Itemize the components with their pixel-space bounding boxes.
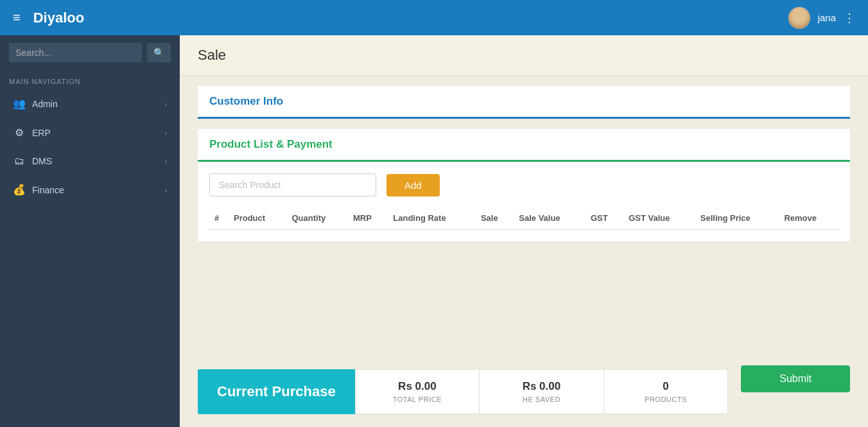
stat-he-saved: Rs 0.00 HE SAVED (480, 370, 604, 414)
navbar: ≡ Diyaloo jana ⋮ (0, 0, 868, 35)
page-header: Sale (180, 35, 868, 76)
product-table: # Product Quantity MRP Landing Rate Sale… (209, 207, 838, 230)
brand-logo: Diyaloo (33, 10, 788, 26)
col-hash: # (209, 207, 229, 230)
sidebar-item-dms[interactable]: 🗂 DMS › (4, 148, 176, 175)
search-button[interactable]: 🔍 (147, 43, 171, 62)
avatar (788, 7, 810, 29)
submit-area: Submit (741, 359, 850, 392)
product-list-header: Product List & Payment (198, 129, 850, 162)
sidebar-item-erp[interactable]: ⚙ ERP › (4, 119, 176, 146)
current-purchase-container: Current Purchase Rs 0.00 TOTAL PRICE Rs … (198, 359, 728, 414)
admin-chevron-icon: › (164, 100, 167, 108)
erp-icon: ⚙ (13, 126, 26, 139)
total-price-value: Rs 0.00 (398, 380, 437, 393)
menu-icon[interactable]: ≡ (13, 10, 21, 25)
total-price-label: TOTAL PRICE (393, 396, 442, 403)
product-list-section: Product List & Payment Add # Product Qua… (198, 129, 850, 241)
current-purchase-row: Current Purchase Rs 0.00 TOTAL PRICE Rs … (198, 369, 728, 414)
navbar-right: jana ⋮ (788, 7, 855, 29)
erp-label: ERP (32, 128, 51, 138)
current-purchase-stats: Rs 0.00 TOTAL PRICE Rs 0.00 HE SAVED 0 P… (355, 369, 729, 414)
he-saved-label: HE SAVED (523, 396, 560, 403)
col-remove: Remove (779, 207, 838, 230)
stat-products: 0 PRODUCTS (604, 370, 728, 414)
customer-info-header: Customer Info (198, 86, 850, 119)
admin-label: Admin (32, 99, 58, 109)
col-gst-value: GST Value (623, 207, 695, 230)
product-list-body: Add # Product Quantity MRP Landing Rate … (198, 162, 850, 241)
current-purchase-box: Current Purchase (198, 369, 355, 414)
col-product: Product (229, 207, 286, 230)
sidebar-item-admin[interactable]: 👥 Admin › (4, 90, 176, 118)
finance-icon: 💰 (13, 184, 26, 196)
share-icon[interactable]: ⋮ (844, 11, 855, 25)
page-title: Sale (198, 47, 850, 64)
dms-label: DMS (32, 156, 52, 166)
col-sale-value: Sale Value (514, 207, 586, 230)
add-product-button[interactable]: Add (386, 174, 440, 196)
product-search-row: Add (209, 173, 838, 196)
stat-total-price: Rs 0.00 TOTAL PRICE (356, 370, 480, 414)
bottom-area: Current Purchase Rs 0.00 TOTAL PRICE Rs … (180, 359, 868, 427)
admin-icon: 👥 (13, 98, 26, 110)
current-purchase-title: Current Purchase (217, 383, 336, 400)
col-quantity: Quantity (286, 207, 347, 230)
search-input[interactable] (9, 43, 142, 62)
sidebar-search-container: 🔍 (0, 35, 180, 70)
username-label: jana (818, 12, 836, 23)
content-area: Sale Customer Info Product List & Paymen… (180, 35, 868, 427)
main-layout: 🔍 MAIN NAVIGATION 👥 Admin › ⚙ ERP › 🗂 DM… (0, 35, 868, 427)
product-search-input[interactable] (209, 173, 376, 196)
products-value: 0 (663, 380, 668, 393)
col-sale: Sale (476, 207, 514, 230)
avatar-image (788, 7, 810, 29)
col-selling-price: Selling Price (695, 207, 779, 230)
dms-icon: 🗂 (13, 155, 26, 167)
dms-chevron-icon: › (164, 157, 167, 165)
finance-chevron-icon: › (164, 186, 167, 194)
erp-chevron-icon: › (164, 129, 167, 137)
customer-info-section: Customer Info (198, 86, 850, 119)
sidebar-item-finance[interactable]: 💰 Finance › (4, 176, 176, 204)
col-mrp: MRP (348, 207, 388, 230)
col-landing-rate: Landing Rate (388, 207, 476, 230)
content-body: Customer Info Product List & Payment Add… (180, 76, 868, 359)
submit-button[interactable]: Submit (741, 365, 850, 392)
products-label: PRODUCTS (645, 396, 687, 403)
he-saved-value: Rs 0.00 (523, 380, 561, 393)
finance-label: Finance (32, 185, 64, 195)
product-table-head: # Product Quantity MRP Landing Rate Sale… (209, 207, 838, 230)
sidebar: 🔍 MAIN NAVIGATION 👥 Admin › ⚙ ERP › 🗂 DM… (0, 35, 180, 427)
main-navigation-label: MAIN NAVIGATION (0, 70, 180, 89)
col-gst: GST (586, 207, 623, 230)
